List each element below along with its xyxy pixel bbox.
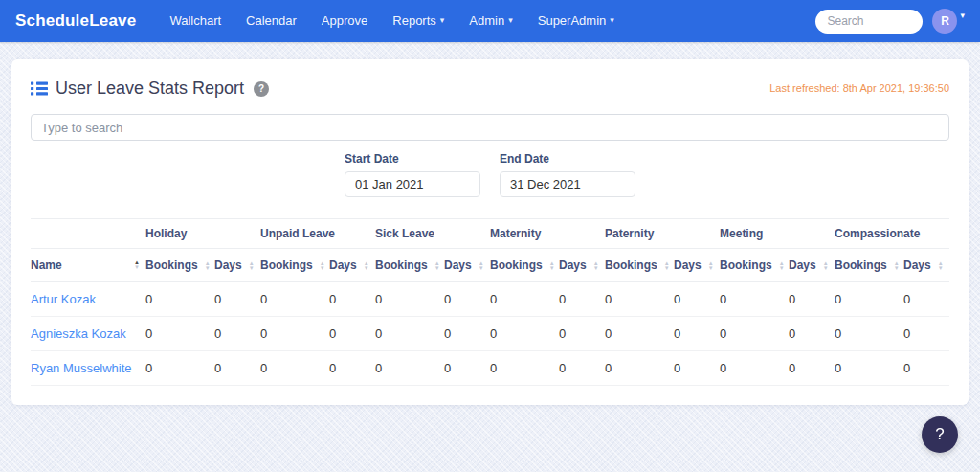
sort-icon: ▲▼ — [249, 261, 255, 271]
group-header-sick-leave: Sick Leave — [375, 219, 490, 249]
column-header-label: Bookings — [720, 258, 772, 272]
last-refreshed-text: Last refreshed: 8th Apr 2021, 19:36:50 — [769, 79, 949, 94]
end-date-input[interactable] — [500, 171, 635, 197]
sort-down-icon: ▼ — [364, 266, 369, 271]
sort-icon: ▲▼ — [205, 261, 211, 271]
date-filters: Start Date End Date — [31, 152, 949, 197]
list-icon — [31, 81, 48, 96]
sort-icon: ▲▼ — [894, 261, 900, 271]
sort-down-icon: ▼ — [894, 266, 900, 271]
avatar[interactable]: R — [932, 9, 957, 34]
table-row: Artur Kozak00000000000000 — [31, 282, 949, 317]
sort-icon: ▲▼ — [434, 261, 440, 271]
start-date-label: Start Date — [345, 152, 480, 166]
user-link[interactable]: Artur Kozak — [31, 292, 96, 306]
stat-cell: 0 — [789, 317, 835, 351]
column-header-days[interactable]: Days▲▼ — [214, 249, 260, 282]
help-fab-button[interactable]: ? — [922, 416, 958, 453]
user-link[interactable]: Ryan Musselwhite — [31, 361, 132, 375]
group-header-paternity: Paternity — [605, 219, 720, 249]
column-header-bookings[interactable]: Bookings▲▼ — [260, 249, 329, 282]
stat-cell: 0 — [835, 351, 903, 386]
page-title: User Leave Stats Report — [56, 79, 244, 99]
sort-down-icon: ▼ — [823, 266, 829, 271]
stat-cell: 0 — [720, 317, 789, 351]
end-date-filter: End Date — [500, 152, 635, 197]
stat-cell: 0 — [835, 317, 903, 351]
column-header-days[interactable]: Days▲▼ — [559, 249, 605, 282]
start-date-input[interactable] — [345, 171, 480, 197]
column-header-label: Days — [329, 258, 357, 272]
sort-down-icon: ▼ — [549, 266, 555, 271]
column-header-bookings[interactable]: Bookings▲▼ — [720, 249, 789, 282]
name-header-wrap: Name▲▼ — [31, 258, 145, 272]
nav-item-wallchart[interactable]: Wallchart — [168, 9, 222, 34]
column-header-label: Bookings — [145, 258, 198, 272]
report-card: User Leave Stats Report ? Last refreshed… — [11, 59, 969, 405]
column-header-bookings[interactable]: Bookings▲▼ — [605, 249, 674, 282]
column-header-days[interactable]: Days▲▼ — [329, 249, 375, 282]
sort-icon: ▲▼ — [320, 261, 325, 271]
card-header: User Leave Stats Report ? Last refreshed… — [31, 79, 949, 99]
navbar-right: R ▾ — [815, 9, 965, 34]
nav-items: WallchartCalendarApproveReports▾Admin▾Su… — [168, 9, 614, 34]
nav-item-label: Wallchart — [169, 13, 221, 28]
sort-down-icon: ▼ — [938, 266, 944, 271]
nav-item-calendar[interactable]: Calendar — [245, 9, 298, 34]
stat-cell: 0 — [490, 351, 559, 386]
nav-item-admin[interactable]: Admin▾ — [468, 9, 513, 34]
nav-item-reports[interactable]: Reports▾ — [391, 9, 445, 34]
stat-cell: 0 — [444, 351, 490, 386]
column-header-days[interactable]: Days▲▼ — [903, 249, 949, 282]
column-header-label: Bookings — [260, 258, 313, 272]
sort-down-icon: ▼ — [593, 266, 599, 271]
stat-cell: 0 — [835, 282, 903, 317]
sort-down-icon: ▼ — [134, 265, 140, 270]
stat-cell: 0 — [329, 351, 375, 386]
group-header-meeting: Meeting — [720, 219, 835, 249]
sort-down-icon: ▼ — [205, 266, 211, 271]
name-cell: Artur Kozak — [31, 282, 145, 317]
chevron-down-icon: ▾ — [440, 15, 445, 25]
user-link[interactable]: Agnieszka Kozak — [31, 326, 126, 341]
stat-cell: 0 — [145, 282, 214, 317]
column-header-bookings[interactable]: Bookings▲▼ — [145, 249, 214, 282]
stat-cell: 0 — [444, 282, 490, 317]
nav-item-label: Reports — [392, 13, 436, 28]
navbar-search-input[interactable] — [815, 10, 923, 34]
column-header-days[interactable]: Days▲▼ — [444, 249, 490, 282]
sort-icon: ▲▼ — [938, 261, 944, 271]
start-date-filter: Start Date — [345, 152, 480, 197]
stat-cell: 0 — [605, 317, 674, 351]
avatar-chevron-down-icon[interactable]: ▾ — [960, 11, 965, 20]
column-header-name[interactable]: Name▲▼ — [31, 249, 145, 282]
nav-item-label: SuperAdmin — [538, 13, 607, 28]
nav-item-approve[interactable]: Approve — [321, 9, 368, 34]
group-header-compassionate: Compassionate — [835, 219, 949, 249]
column-header-bookings[interactable]: Bookings▲▼ — [490, 249, 559, 282]
brand-logo[interactable]: ScheduleLeave — [15, 11, 136, 31]
column-header-days[interactable]: Days▲▼ — [674, 249, 720, 282]
column-header-days[interactable]: Days▲▼ — [789, 249, 835, 282]
chevron-down-icon: ▾ — [610, 15, 614, 25]
report-search-input[interactable] — [31, 114, 949, 141]
stat-cell: 0 — [605, 351, 674, 386]
sort-icon: ▲▼ — [549, 261, 555, 271]
sort-down-icon: ▼ — [664, 266, 670, 271]
stat-cell: 0 — [375, 351, 444, 386]
stat-cell: 0 — [260, 351, 329, 386]
name-cell: Agnieszka Kozak — [31, 317, 145, 351]
stats-table: HolidayUnpaid LeaveSick LeaveMaternityPa… — [31, 218, 949, 386]
stat-cell: 0 — [789, 351, 835, 386]
stat-cell: 0 — [214, 317, 260, 351]
column-header-label: Days — [214, 258, 242, 272]
nav-item-superadmin[interactable]: SuperAdmin▾ — [537, 9, 615, 34]
help-icon[interactable]: ? — [254, 81, 269, 97]
column-header-bookings[interactable]: Bookings▲▼ — [375, 249, 444, 282]
column-header-bookings[interactable]: Bookings▲▼ — [835, 249, 903, 282]
stat-cell: 0 — [329, 282, 375, 317]
column-header-label: Days — [789, 258, 816, 272]
column-header-label: Days — [444, 258, 472, 272]
stat-cell: 0 — [260, 282, 329, 317]
nav-item-label: Calendar — [246, 13, 297, 28]
